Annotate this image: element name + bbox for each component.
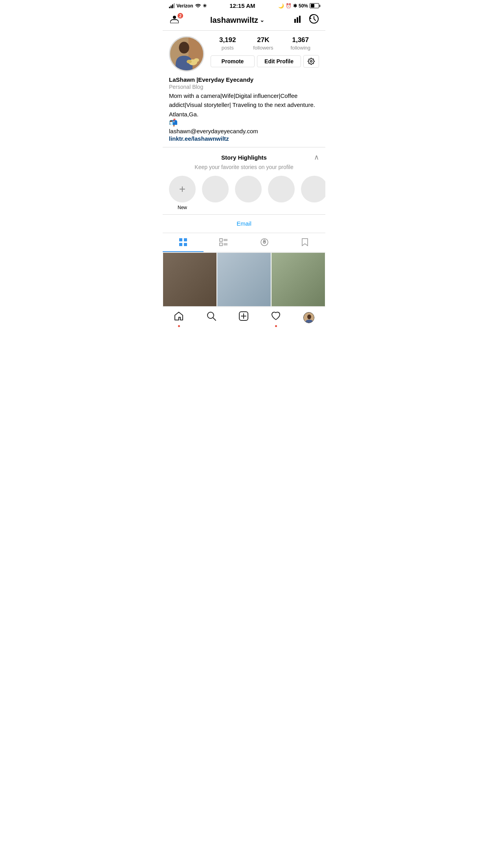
- svg-rect-15: [179, 238, 182, 241]
- highlights-chevron-icon[interactable]: ∧: [314, 153, 319, 162]
- profile-name: LaShawn |Everyday Eyecandy: [169, 76, 319, 83]
- svg-rect-2: [294, 19, 296, 23]
- svg-point-12: [194, 58, 199, 62]
- highlight-circle-1[interactable]: [202, 176, 229, 202]
- highlight-new-circle[interactable]: +: [169, 176, 196, 202]
- add-user-container[interactable]: + 2: [169, 15, 181, 26]
- highlight-item-1[interactable]: [202, 176, 229, 210]
- tab-bookmarks[interactable]: [285, 233, 326, 252]
- username-label: lashawnwiltz: [210, 16, 258, 25]
- tab-list[interactable]: [204, 233, 244, 252]
- promote-button[interactable]: Promote: [211, 55, 255, 67]
- posts-label: posts: [222, 45, 234, 51]
- search-icon[interactable]: [206, 311, 216, 324]
- profile-stats: 3,192 posts 27K followers 1,367 followin…: [211, 36, 319, 68]
- nav-search[interactable]: [206, 311, 216, 324]
- chevron-down-icon: ⌄: [260, 17, 264, 23]
- svg-line-29: [213, 318, 216, 320]
- nav-profile[interactable]: [303, 312, 314, 323]
- status-right: 🌙 ⏰ ✱ 50%: [278, 3, 319, 9]
- stats-row: 3,192 posts 27K followers 1,367 followin…: [211, 36, 319, 51]
- svg-rect-16: [184, 238, 187, 241]
- status-left: Verizon ✳: [169, 3, 207, 9]
- post-thumbnail-1[interactable]: [163, 252, 217, 307]
- moon-icon: 🌙: [278, 3, 284, 9]
- highlight-new[interactable]: + New: [169, 176, 196, 210]
- analytics-icon[interactable]: [294, 15, 303, 25]
- post-thumbnail-2[interactable]: [217, 252, 271, 307]
- history-icon[interactable]: [309, 14, 319, 26]
- followers-label: followers: [253, 45, 273, 51]
- username-button[interactable]: lashawnwiltz ⌄: [210, 16, 264, 25]
- nav-add[interactable]: [238, 311, 249, 324]
- highlights-title: Story Highlights: [219, 154, 269, 161]
- nav-home[interactable]: [174, 311, 184, 324]
- following-label: following: [290, 45, 310, 51]
- bluetooth-icon: ✱: [293, 3, 297, 9]
- carrier-label: Verizon: [176, 3, 193, 9]
- contact-section: Email: [163, 214, 325, 233]
- settings-button[interactable]: [303, 55, 319, 68]
- status-time: 12:15 AM: [229, 2, 255, 9]
- svg-rect-17: [179, 243, 182, 246]
- stat-followers[interactable]: 27K followers: [253, 36, 273, 51]
- alarm-icon: ⏰: [286, 3, 292, 9]
- followers-count: 27K: [253, 36, 273, 44]
- email-contact-button[interactable]: Email: [237, 220, 251, 227]
- profile-email: lashawn@everydayeyecandy.com: [169, 128, 319, 134]
- svg-rect-19: [220, 239, 222, 241]
- profile-location: Atlanta,Ga.: [169, 111, 319, 118]
- highlight-item-3[interactable]: [268, 176, 295, 210]
- signal-bars-icon: [169, 4, 175, 8]
- svg-rect-3: [297, 17, 298, 23]
- highlight-circle-4[interactable]: [301, 176, 325, 202]
- heart-icon[interactable]: [271, 311, 281, 324]
- edit-profile-button[interactable]: Edit Profile: [257, 55, 301, 67]
- battery-percent: 50%: [299, 3, 308, 9]
- profile-link[interactable]: linktr.ee/lashawnwiltz: [169, 135, 229, 142]
- nav-profile-avatar[interactable]: [303, 312, 314, 323]
- add-icon[interactable]: [238, 311, 249, 324]
- highlight-new-label: New: [178, 205, 187, 210]
- nav-heart[interactable]: [271, 311, 281, 324]
- stat-following[interactable]: 1,367 following: [290, 36, 310, 51]
- stat-posts[interactable]: 3,192 posts: [219, 36, 236, 51]
- svg-point-13: [187, 60, 192, 63]
- nav-right-icons: [294, 14, 319, 26]
- highlights-row: + New: [163, 176, 325, 210]
- notification-badge: 2: [177, 12, 184, 19]
- profile-category: Personal Blog: [169, 84, 319, 90]
- following-count: 1,367: [290, 36, 310, 44]
- highlights-section: Story Highlights ∧ Keep your favorite st…: [163, 147, 325, 214]
- heart-dot: [275, 325, 277, 327]
- highlights-header: Story Highlights ∧: [163, 153, 325, 164]
- tab-tagged[interactable]: [244, 233, 285, 252]
- content-tabs: [163, 233, 325, 252]
- highlight-circle-3[interactable]: [268, 176, 295, 202]
- highlight-circle-2[interactable]: [235, 176, 262, 202]
- wifi-icon: [195, 3, 201, 9]
- bottom-nav: [163, 307, 325, 333]
- post-grid: [163, 252, 325, 307]
- top-nav: + 2 lashawnwiltz ⌄: [163, 11, 325, 31]
- profile-header: 3,192 posts 27K followers 1,367 followin…: [163, 31, 325, 76]
- activity-icon: ✳: [203, 3, 207, 9]
- highlight-item-2[interactable]: [235, 176, 262, 210]
- posts-count: 3,192: [219, 36, 236, 44]
- status-bar: Verizon ✳ 12:15 AM 🌙 ⏰ ✱ 50%: [163, 0, 325, 11]
- post-thumbnail-3[interactable]: [271, 252, 325, 307]
- battery-icon: [310, 3, 319, 8]
- bio-section: LaShawn |Everyday Eyecandy Personal Blog…: [163, 76, 325, 147]
- svg-marker-6: [310, 17, 312, 19]
- profile-bio: Mom with a camera|Wife|Digital influence…: [169, 92, 319, 109]
- tab-grid[interactable]: [163, 233, 204, 252]
- svg-rect-4: [299, 16, 301, 23]
- highlight-item-4[interactable]: [301, 176, 325, 210]
- profile-avatar[interactable]: [169, 36, 204, 72]
- svg-rect-22: [220, 243, 222, 246]
- svg-point-34: [307, 314, 311, 319]
- home-icon[interactable]: [174, 311, 184, 324]
- svg-point-10: [179, 42, 189, 53]
- highlights-subtitle: Keep your favorite stories on your profi…: [163, 164, 325, 170]
- home-dot: [178, 325, 180, 327]
